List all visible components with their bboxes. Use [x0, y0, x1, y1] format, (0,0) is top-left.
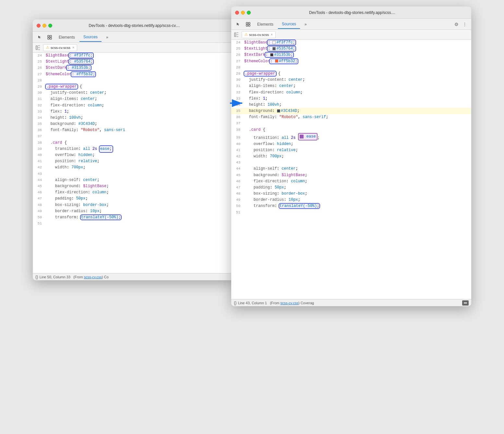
- code-line-43-right: 43: [231, 160, 471, 166]
- cursor-icon[interactable]: [35, 33, 44, 42]
- code-line-39-left: 39 transition: all 2s ease;: [33, 146, 234, 152]
- code-line-46-left: 46 flex-direction: column;: [33, 189, 234, 196]
- tab-sources-left[interactable]: Sources: [79, 33, 102, 42]
- code-line-30-left: 30 justify-content: center;: [33, 90, 234, 96]
- code-line-44-left: 44 align-self: center;: [33, 177, 234, 183]
- svg-rect-11: [248, 22, 250, 24]
- devtools-window-right: DevTools - devtools-dbg-stories.netlify.…: [231, 6, 471, 306]
- tab-sources-right[interactable]: Sources: [278, 20, 300, 29]
- code-line-24-left: 24 $lightBase: #f3f7fc;: [33, 53, 234, 59]
- tab-more-left[interactable]: »: [102, 33, 112, 42]
- inspect-icon[interactable]: [45, 33, 54, 42]
- tab-elements-right[interactable]: Elements: [253, 20, 277, 29]
- status-link-left[interactable]: scss-cv.css: [84, 275, 102, 279]
- code-line-45-left: 45 background: $lightBase;: [33, 183, 234, 189]
- code-line-34-left: 34 height: 100vh;: [33, 115, 234, 121]
- code-line-42-left: 42 width: 700px;: [33, 164, 234, 171]
- code-line-25-left: 25 $textLight: #535764;: [33, 59, 234, 65]
- code-line-27-right: 27 $themeColor: #ff5b32;: [231, 58, 471, 65]
- code-line-42-right: 42 width: 700px;: [231, 153, 471, 160]
- svg-rect-2: [48, 38, 49, 39]
- code-line-38-left: 38 .card {: [33, 140, 234, 146]
- status-bar-left: {} Line 50, Column 33 (From scss-cv.css)…: [33, 273, 234, 280]
- code-line-33-left: 33 flex: 1;: [33, 109, 234, 115]
- code-line-31-left: 31 align-items: center;: [33, 96, 234, 102]
- code-line-28-right: 28: [231, 65, 471, 71]
- arrow-indicator: [229, 97, 246, 109]
- code-line-37-right: 37: [231, 120, 471, 127]
- code-line-34-right: 34 height: 100vh;: [231, 102, 471, 108]
- file-tab-left[interactable]: ⚠ scss-cv.scss ×: [43, 44, 77, 51]
- code-line-35-right: 35 background: #3C434D;: [231, 108, 471, 114]
- tab-more-right[interactable]: »: [301, 20, 311, 29]
- code-line-40-left: 40 overflow: hidden;: [33, 152, 234, 158]
- svg-rect-0: [48, 35, 49, 37]
- warn-icon-left: ⚠: [46, 45, 49, 50]
- code-line-48-right: 48 box-sizing: border-box;: [231, 191, 471, 197]
- curly-icon-left: {}: [35, 274, 38, 279]
- status-link-right[interactable]: scss-cv.css: [281, 301, 298, 305]
- svg-rect-3: [50, 38, 52, 39]
- code-line-48-left: 48 box-sizing: border-box;: [33, 202, 234, 208]
- code-line-46-right: 46 flex-direction: column;: [231, 178, 471, 185]
- code-line-29-right: 29 .page-wrapper {: [231, 71, 471, 77]
- code-line-27-left: 27 $themeColor: #ff5b32;: [33, 71, 234, 78]
- window-title-right: DevTools - devtools-dbg-stories.netlify.…: [237, 10, 467, 15]
- title-bar-left: DevTools - devtools-dbg-stories.netlify.…: [33, 19, 234, 32]
- code-line-28-left: 28: [33, 78, 234, 84]
- coverage-icon[interactable]: [462, 300, 469, 306]
- window-title-left: DevTools - devtools-dbg-stories.netlify.…: [39, 23, 230, 28]
- code-line-33-right: 33 flex: 1;: [231, 96, 471, 102]
- code-line-29-left: 29 .page-wrapper {: [33, 84, 234, 90]
- inspect-icon-right[interactable]: [244, 20, 253, 29]
- svg-rect-18: [464, 302, 467, 304]
- code-line-51-right: 51: [231, 210, 471, 216]
- svg-rect-13: [248, 25, 250, 26]
- code-line-49-left: 49 border-radius: 10px;: [33, 208, 234, 214]
- status-text-left: Line 50, Column 33 (From scss-cv.css) Co: [40, 275, 109, 279]
- file-tab-bar-right: ⚠ scss-cv.scss ×: [231, 30, 471, 40]
- warn-icon-right: ⚠: [245, 32, 248, 37]
- code-area-left: 24 $lightBase: #f3f7fc; 25 $textLight: #…: [33, 53, 234, 273]
- file-tab-right[interactable]: ⚠ scss-cv.scss ×: [242, 31, 276, 38]
- code-line-49-right: 49 border-radius: 10px;: [231, 197, 471, 203]
- file-tab-close-right[interactable]: ×: [271, 33, 273, 36]
- code-line-41-right: 41 position: relative;: [231, 147, 471, 153]
- code-line-41-left: 41 position: relative;: [33, 158, 234, 164]
- dots-icon-right[interactable]: ⋮: [461, 20, 469, 28]
- svg-rect-4: [36, 46, 37, 50]
- sidebar-toggle-left[interactable]: [34, 44, 42, 52]
- code-line-37-left: 37: [33, 133, 234, 139]
- status-text-right: Line 43, Column 1 (From scss-cv.css) Cov…: [238, 301, 314, 305]
- devtools-toolbar-right: Elements Sources » ⚙ ⋮: [231, 19, 471, 30]
- file-tab-bar-left: ⚠ scss-cv.scss ×: [33, 43, 234, 53]
- svg-rect-10: [246, 22, 248, 24]
- code-line-26-right: 26 $textDark: #31353b;: [231, 52, 471, 58]
- code-line-47-left: 47 padding: 50px;: [33, 196, 234, 202]
- code-line-50-left: 50 transform: translateY(-50%);: [33, 214, 234, 221]
- code-line-40-right: 40 overflow: hidden;: [231, 141, 471, 147]
- status-bar-right: {} Line 43, Column 1 (From scss-cv.css) …: [231, 299, 471, 306]
- code-line-45-right: 45 background: $lightBase;: [231, 172, 471, 178]
- gear-icon-right[interactable]: ⚙: [452, 20, 460, 28]
- cursor-icon-right[interactable]: [234, 20, 243, 29]
- code-line-47-right: 47 padding: 50px;: [231, 185, 471, 191]
- code-line-32-right: 32 flex-direction: column;: [231, 90, 471, 96]
- code-line-35-left: 35 background: #3C434D;: [33, 121, 234, 127]
- devtools-toolbar-left: Elements Sources »: [33, 32, 234, 43]
- tab-elements-left[interactable]: Elements: [55, 33, 79, 42]
- code-line-39-right: 39 transition: all 2s ease;: [231, 133, 471, 141]
- svg-rect-12: [246, 25, 248, 26]
- code-line-31-right: 31 align-items: center;: [231, 83, 471, 89]
- code-line-36-left: 36 font-family: "Roboto", sans-seri: [33, 127, 234, 133]
- code-line-26-left: 26 $textDark: #31353b;: [33, 65, 234, 71]
- code-line-38-right: 38 .card {: [231, 127, 471, 133]
- sidebar-toggle-right[interactable]: [233, 31, 240, 39]
- curly-icon-right: {}: [234, 300, 237, 305]
- code-line-32-left: 32 flex-direction: column;: [33, 102, 234, 109]
- code-line-30-right: 30 justify-content: center;: [231, 77, 471, 83]
- svg-rect-14: [234, 33, 236, 37]
- title-bar-right: DevTools - devtools-dbg-stories.netlify.…: [231, 6, 471, 19]
- file-tab-close-left[interactable]: ×: [72, 46, 74, 49]
- code-line-36-right: 36 font-family: "Roboto", sans-serif;: [231, 114, 471, 120]
